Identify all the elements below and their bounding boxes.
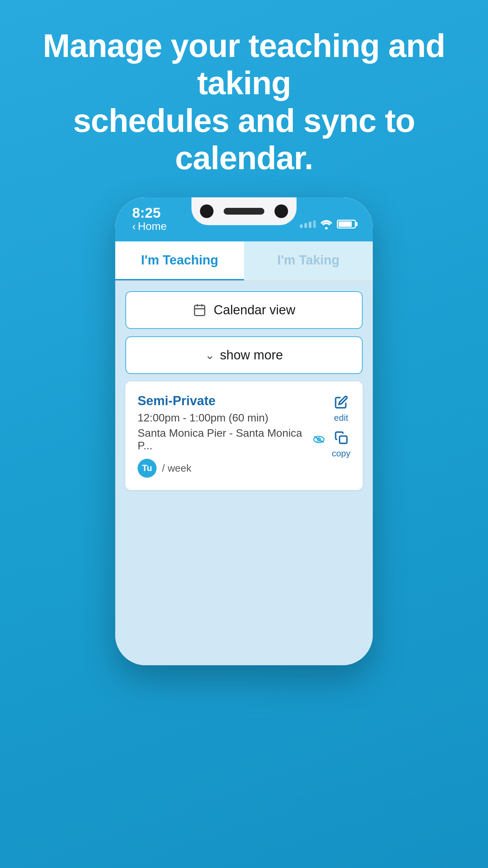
session-time: 12:00pm - 1:00pm (60 min) [138, 412, 325, 424]
face-id-icon [274, 204, 288, 218]
day-badge: Tu [138, 459, 157, 478]
edit-button[interactable]: edit [333, 394, 350, 423]
status-icons [300, 219, 356, 229]
session-title: Semi-Private [138, 394, 325, 408]
tab-teaching[interactable]: I'm Teaching [115, 241, 244, 280]
session-card: Semi-Private 12:00pm - 1:00pm (60 min) S… [125, 381, 363, 490]
svg-rect-1 [195, 305, 205, 316]
wifi-icon [320, 219, 333, 229]
session-footer: Tu / week [138, 459, 325, 478]
hide-icon[interactable] [313, 435, 325, 444]
back-button[interactable]: ‹ Home [132, 220, 167, 233]
calendar-view-label: Calendar view [214, 303, 296, 317]
svg-point-0 [325, 227, 328, 229]
show-more-label: show more [220, 348, 283, 362]
session-info: Semi-Private 12:00pm - 1:00pm (60 min) S… [138, 394, 325, 478]
copy-icon [334, 431, 348, 445]
headline: Manage your teaching and taking schedule… [0, 0, 488, 197]
battery-icon [337, 220, 356, 229]
svg-rect-8 [340, 436, 347, 443]
signal-icon [300, 220, 316, 228]
tabs-bar: I'm Teaching I'm Taking [115, 241, 373, 281]
frequency-label: / week [162, 462, 191, 474]
session-location: Santa Monica Pier - Santa Monica P... [138, 427, 325, 452]
status-time: 8:25 [132, 206, 161, 220]
show-more-button[interactable]: ⌄ show more [125, 336, 363, 374]
edit-icon [334, 395, 348, 409]
phone-frame: 8:25 ‹ Home [115, 197, 373, 665]
tab-taking[interactable]: I'm Taking [244, 241, 373, 280]
calendar-icon [193, 303, 206, 317]
calendar-view-button[interactable]: Calendar view [125, 291, 363, 329]
chevron-down-icon: ⌄ [205, 348, 215, 362]
session-actions: edit copy [325, 394, 350, 459]
app-content: I'm Teaching I'm Taking Calendar view [115, 241, 373, 665]
status-bar: 8:25 ‹ Home [115, 197, 373, 241]
main-content: Calendar view ⌄ show more Semi-Private 1… [115, 281, 373, 665]
speaker-icon [224, 208, 264, 215]
copy-label: copy [332, 448, 350, 459]
notch [191, 197, 297, 225]
front-camera-icon [200, 204, 214, 218]
copy-button[interactable]: copy [332, 429, 350, 459]
edit-label: edit [334, 413, 348, 423]
